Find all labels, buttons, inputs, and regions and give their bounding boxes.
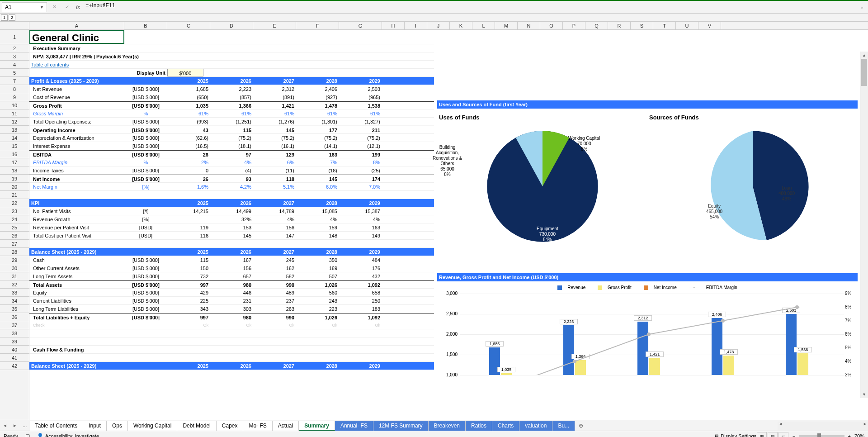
formula-input[interactable]: =+Input!F11 — [84, 2, 857, 12]
row-header-27[interactable]: 27 — [0, 240, 29, 248]
table-row[interactable]: Balance Sheet (2025 - 2029)2025202620272… — [29, 248, 434, 256]
row-header-11[interactable]: 11 — [0, 109, 29, 118]
tab-charts[interactable]: Charts — [492, 421, 519, 431]
row-header-19[interactable]: 19 — [0, 175, 29, 183]
sheet-grid[interactable]: General ClinicExecutive SummaryNPV: 3,08… — [29, 30, 868, 420]
col-header-B[interactable]: B — [124, 22, 167, 29]
table-row[interactable]: Revenue Growth[%]32%4%4%4% — [29, 215, 434, 223]
tab-mo-fs[interactable]: Mo- FS — [243, 421, 272, 431]
tab-nav-first[interactable]: ◄ — [0, 423, 10, 428]
table-row[interactable]: Revenue per Patient Visit[USD]1191531561… — [29, 223, 434, 232]
col-header-C[interactable]: C — [167, 22, 210, 29]
zoom-slider[interactable] — [799, 435, 844, 437]
row-header-42[interactable]: 42 — [0, 362, 29, 370]
add-sheet-icon[interactable]: ⊕ — [575, 423, 587, 429]
zoom-level[interactable]: 70% — [854, 433, 864, 437]
table-row[interactable]: Executive Summary — [29, 44, 434, 52]
table-row[interactable]: Total Liabilities + Equity[USD $'000]997… — [29, 313, 434, 321]
table-row[interactable]: Cost of Revenue[USD $'000](650)(857)(891… — [29, 93, 434, 101]
col-header-H[interactable]: H — [382, 22, 405, 29]
row-header-33[interactable]: 33 — [0, 289, 29, 297]
row-header-12[interactable]: 12 — [0, 118, 29, 126]
table-row[interactable]: Display Unit$'000 — [29, 69, 434, 77]
table-row[interactable]: Total Cost per Patient Visit[USD]1161451… — [29, 232, 434, 240]
row-header-7[interactable]: 7 — [0, 77, 29, 85]
name-box[interactable]: A1▼ — [2, 2, 47, 12]
zoom-out-icon[interactable]: − — [793, 433, 795, 437]
zoom-in-icon[interactable]: + — [848, 433, 851, 437]
col-header-O[interactable]: O — [540, 22, 563, 29]
expand-formula-icon[interactable]: ⌄ — [857, 4, 866, 10]
tab-12m-fs-summary[interactable]: 12M FS Summary — [373, 421, 429, 431]
col-header-N[interactable]: N — [518, 22, 540, 29]
row-header-17[interactable]: 17 — [0, 158, 29, 166]
table-row[interactable]: Net Income[USD $'000]2693118145174 — [29, 175, 434, 183]
row-header-32[interactable]: 32 — [0, 280, 29, 289]
row-header-28[interactable]: 28 — [0, 248, 29, 256]
col-header-M[interactable]: M — [495, 22, 518, 29]
table-row[interactable]: Gross Margin%61%61%61%61%61% — [29, 109, 434, 118]
row-header-9[interactable]: 9 — [0, 93, 29, 101]
col-header-D[interactable]: D — [210, 22, 253, 29]
tab-ops[interactable]: Ops — [107, 421, 128, 431]
table-row[interactable]: CheckOkOkOkOkOk — [29, 321, 434, 329]
scroll-down-icon[interactable]: ▼ — [860, 391, 868, 398]
row-header-4[interactable]: 4 — [0, 61, 29, 69]
view-normal-icon[interactable]: ▦ — [757, 432, 767, 437]
table-row[interactable] — [29, 329, 434, 337]
row-header-14[interactable]: 14 — [0, 134, 29, 142]
row-header-20[interactable]: 20 — [0, 183, 29, 191]
row-header-3[interactable]: 3 — [0, 52, 29, 61]
col-header-L[interactable]: L — [472, 22, 495, 29]
table-row[interactable]: Total Operating Expenses:[USD $'000](993… — [29, 118, 434, 126]
accessibility-icon[interactable]: 👤 — [37, 433, 43, 437]
tab-table-of-contents[interactable]: Table of Contents — [30, 421, 83, 431]
table-row[interactable] — [29, 354, 434, 362]
col-header-Q[interactable]: Q — [585, 22, 608, 29]
table-row[interactable]: Profit & Losses (2025 - 2029)20252026202… — [29, 77, 434, 85]
row-header-25[interactable]: 25 — [0, 223, 29, 232]
tab-annual-fs[interactable]: Annual- FS — [335, 421, 373, 431]
outline-level-2[interactable]: 2 — [9, 14, 15, 21]
col-header-R[interactable]: R — [608, 22, 631, 29]
tab-summary[interactable]: Summary — [299, 421, 335, 431]
table-row[interactable] — [29, 337, 434, 346]
display-settings-icon[interactable]: 🖥 — [714, 433, 719, 437]
row-header-16[interactable]: 16 — [0, 150, 29, 158]
row-header-39[interactable]: 39 — [0, 337, 29, 346]
outline-level-1[interactable]: 1 — [1, 14, 8, 21]
vertical-scrollbar[interactable]: ▲ ▼ — [860, 52, 868, 398]
row-header-22[interactable]: 22 — [0, 199, 29, 207]
row-header-24[interactable]: 24 — [0, 215, 29, 223]
row-header-37[interactable]: 37 — [0, 321, 29, 329]
tab-valuation[interactable]: valuation — [519, 421, 552, 431]
table-row[interactable]: Cash[USD $'000]115167245350484 — [29, 256, 434, 264]
tab-capex[interactable]: Capex — [217, 421, 244, 431]
col-header-K[interactable]: K — [450, 22, 472, 29]
table-row[interactable]: Interest Expense[USD $'000](16.5)(18.1)(… — [29, 142, 434, 150]
row-header-21[interactable]: 21 — [0, 191, 29, 199]
row-header-36[interactable]: 36 — [0, 313, 29, 321]
macro-record-icon[interactable]: ▢ — [25, 433, 30, 437]
display-settings[interactable]: Display Settings — [721, 433, 756, 437]
col-header-E[interactable]: E — [253, 22, 296, 29]
row-header-18[interactable]: 18 — [0, 166, 29, 175]
row-header-26[interactable]: 26 — [0, 232, 29, 240]
row-header-35[interactable]: 35 — [0, 305, 29, 313]
row-header-15[interactable]: 15 — [0, 142, 29, 150]
row-header-5[interactable]: 5 — [0, 69, 29, 77]
table-row[interactable]: Net Margin[%]1.6%4.2%5.1%6.0%7.0% — [29, 183, 434, 191]
table-row[interactable]: EBITDA Margin%2%4%6%7%8% — [29, 158, 434, 166]
fx-icon[interactable]: fx — [76, 4, 80, 10]
row-header-23[interactable]: 23 — [0, 207, 29, 215]
col-header-S[interactable]: S — [631, 22, 653, 29]
cancel-icon[interactable]: ✕ — [49, 2, 60, 12]
table-row[interactable]: Other Current Assets[USD $'000]150156162… — [29, 264, 434, 272]
row-header-30[interactable]: 30 — [0, 264, 29, 272]
tab-breakeven[interactable]: Breakeven — [429, 421, 466, 431]
table-row[interactable]: Operating Income[USD $'000]4311514517721… — [29, 126, 434, 134]
col-header-P[interactable]: P — [563, 22, 585, 29]
table-row[interactable]: Current Liabilities[USD $'000]2252312372… — [29, 297, 434, 305]
tab-nav-more[interactable]: … — [20, 423, 30, 428]
view-page-break-icon[interactable]: ▭ — [778, 432, 788, 437]
